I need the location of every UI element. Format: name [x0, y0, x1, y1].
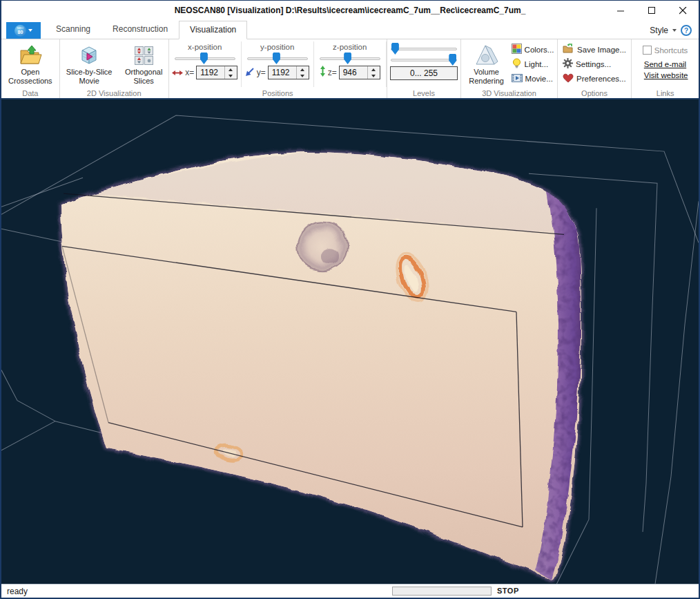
- ribbon-group-data: Open Crossections Data: [1, 39, 60, 98]
- x-position-input[interactable]: [197, 66, 224, 79]
- prism-icon: [474, 43, 499, 68]
- large-air-bubble-core: [322, 247, 338, 264]
- minimize-button[interactable]: [605, 1, 636, 20]
- y-slider-thumb[interactable]: [273, 53, 280, 64]
- z-position-title: z-position: [333, 43, 367, 51]
- stop-button[interactable]: STOP: [497, 587, 519, 595]
- close-button[interactable]: [668, 1, 699, 20]
- maximize-button[interactable]: [636, 1, 668, 20]
- close-icon: [679, 7, 687, 15]
- large-air-bubble: [298, 221, 347, 271]
- levels-low-track[interactable]: [391, 48, 457, 50]
- settings-button[interactable]: Settings...: [563, 57, 626, 71]
- shortcuts-checkbox[interactable]: [643, 46, 652, 55]
- x-spin-down-button[interactable]: [225, 73, 236, 79]
- movie-label: Movie...: [525, 75, 553, 83]
- preferences-label: Preferences...: [576, 75, 626, 83]
- ribbon-group-3d-visualization: Volume Rendering Colors... Light... Movi…: [461, 39, 557, 98]
- style-menu-label[interactable]: Style: [650, 26, 668, 35]
- volume-render-viewport[interactable]: [1, 99, 699, 584]
- group-label-levels: Levels: [387, 89, 461, 97]
- chevron-down-icon: [28, 29, 32, 32]
- minimize-icon: [617, 7, 625, 15]
- slice-by-slice-movie-button[interactable]: Slice-by-Slice Movie: [60, 41, 118, 87]
- status-text: ready: [7, 587, 28, 596]
- x-slider-thumb[interactable]: [200, 53, 208, 64]
- levels-high-track[interactable]: [391, 59, 457, 61]
- app-logo-icon: NEO 80: [14, 25, 26, 37]
- chevron-down-icon[interactable]: [672, 29, 677, 32]
- light-button[interactable]: Light...: [512, 57, 554, 71]
- shortcuts-checkbox-row: Shortcuts: [643, 43, 688, 57]
- z-slider-thumb[interactable]: [344, 53, 351, 64]
- tab-reconstruction[interactable]: Reconstruction: [101, 20, 179, 39]
- y-position-slider[interactable]: [247, 53, 308, 65]
- save-image-button[interactable]: Save Image...: [563, 42, 626, 57]
- levels-low-thumb[interactable]: [391, 43, 399, 55]
- z-axis-icon: [320, 66, 326, 79]
- y-axis-icon: [246, 66, 255, 79]
- z-position-slider[interactable]: [320, 53, 380, 65]
- z-spin-down-button[interactable]: [368, 73, 379, 79]
- light-label: Light...: [525, 60, 549, 68]
- preferences-button[interactable]: Preferences...: [563, 71, 626, 86]
- y-spin-down-button[interactable]: [297, 73, 308, 79]
- y-position-spinbox: [268, 66, 309, 79]
- group-label-data: Data: [1, 89, 59, 97]
- bulb-icon: [512, 58, 522, 70]
- y-position-title: y-position: [260, 43, 294, 51]
- maximize-icon: [648, 7, 656, 15]
- gear-icon: [563, 58, 573, 70]
- volume-rendering-button[interactable]: Volume Rendering: [465, 41, 509, 87]
- open-crossections-label: Open Crossections: [3, 68, 57, 86]
- x-position-slider[interactable]: [175, 53, 235, 65]
- tab-scanning[interactable]: Scanning: [45, 20, 101, 39]
- triangle-up-icon: [229, 68, 233, 71]
- grid-slices-icon: [135, 43, 153, 68]
- triangle-down-icon: [300, 75, 304, 77]
- group-label-3d-visualization: 3D Visualization: [461, 89, 556, 97]
- ribbon-group-2d-visualization: Slice-by-Slice Movie Orthogona: [60, 39, 169, 98]
- window-title: NEOSCAN80 [Visualization] D:\Results\ice…: [1, 6, 699, 15]
- movie-button[interactable]: Movie...: [512, 71, 554, 86]
- group-label-links: Links: [632, 89, 699, 97]
- colors-button[interactable]: Colors...: [512, 42, 554, 57]
- group-label-options: Options: [558, 89, 632, 97]
- x-axis-icon: [172, 66, 183, 79]
- orthogonal-slices-label: Orthogonal Slices: [119, 68, 168, 86]
- triangle-down-icon: [229, 75, 233, 77]
- folder-up-arrow-icon: [18, 43, 43, 68]
- z-position-spinbox: [339, 66, 380, 79]
- orthogonal-slices-button[interactable]: Orthogonal Slices: [119, 41, 168, 87]
- title-bar: NEOSCAN80 [Visualization] D:\Results\ice…: [1, 1, 699, 20]
- ribbon-group-levels: 0... 255 Levels: [387, 39, 462, 98]
- progress-bar: [392, 587, 492, 596]
- slice-by-slice-movie-label: Slice-by-Slice Movie: [60, 68, 118, 86]
- z-spin-up-button[interactable]: [368, 66, 379, 73]
- levels-range-box[interactable]: 0... 255: [390, 66, 458, 80]
- status-bar: ready STOP: [1, 584, 699, 598]
- application-menu-button[interactable]: NEO 80: [6, 22, 41, 39]
- help-button[interactable]: ?: [681, 25, 692, 36]
- triangle-down-icon: [371, 75, 376, 77]
- window-controls: [605, 1, 699, 20]
- x-spin-up-button[interactable]: [225, 66, 236, 73]
- ribbon-tab-row: NEO 80 Scanning Reconstruction Visualiza…: [1, 20, 699, 39]
- tab-visualization[interactable]: Visualization: [179, 21, 247, 39]
- palette-icon: [512, 44, 522, 55]
- send-email-link[interactable]: Send e-mail: [644, 60, 688, 68]
- ribbon: Open Crossections Data: [1, 39, 699, 99]
- y-spin-up-button[interactable]: [297, 66, 308, 73]
- triangle-up-icon: [371, 68, 376, 71]
- y-position-input[interactable]: [269, 66, 296, 79]
- volume-render-canvas[interactable]: [1, 99, 699, 584]
- levels-high-thumb[interactable]: [449, 54, 456, 66]
- visit-website-link[interactable]: Visit website: [644, 71, 688, 79]
- open-crossections-button[interactable]: Open Crossections: [3, 41, 57, 87]
- y-axis-label: y=: [257, 68, 266, 77]
- z-position-input[interactable]: [340, 66, 367, 79]
- levels-high-slider[interactable]: [391, 54, 457, 65]
- z-axis-label: z=: [328, 68, 337, 77]
- levels-low-slider[interactable]: [391, 43, 457, 54]
- x-position-control: x-position x=: [169, 41, 242, 87]
